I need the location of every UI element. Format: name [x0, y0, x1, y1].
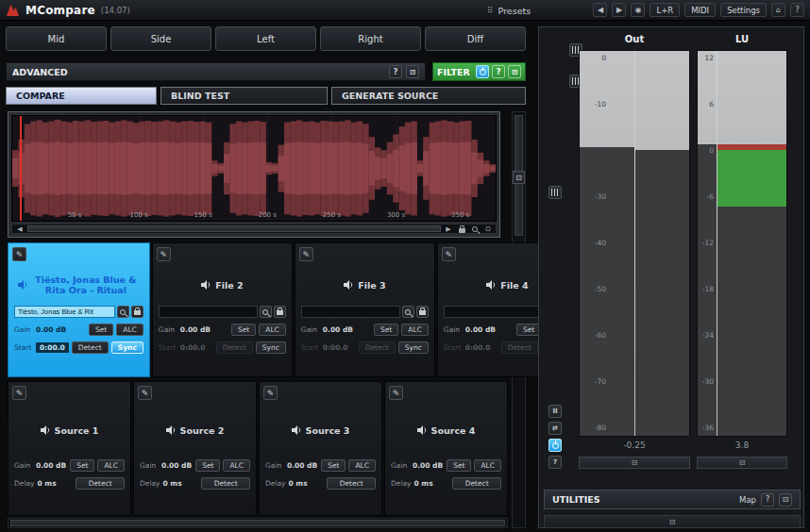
- pause-icon[interactable]: II: [548, 405, 562, 418]
- set-button[interactable]: Set: [89, 324, 113, 336]
- file-2-title[interactable]: File 2: [153, 268, 292, 302]
- search-icon[interactable]: [402, 306, 414, 318]
- set-button[interactable]: Set: [374, 324, 398, 336]
- filter-window-icon[interactable]: ⊡: [508, 65, 521, 78]
- gain-value[interactable]: 0.00 dB: [465, 325, 514, 334]
- channel-side-button[interactable]: Side: [110, 26, 211, 51]
- edit-icon[interactable]: ✎: [442, 247, 456, 261]
- waveform-display[interactable]: 50 s100 s150 s200 s250 s300 s350 s: [11, 115, 497, 222]
- midi-button[interactable]: MIDI: [684, 3, 716, 17]
- source-slot-4[interactable]: ✎ Source 4 Gain 0.00 dB Set ALC Delay 0 …: [384, 381, 508, 516]
- source-slot-1[interactable]: ✎ Source 1 Gain 0.00 dB Set ALC Delay 0 …: [8, 381, 131, 516]
- detect-button[interactable]: Detect: [76, 477, 125, 490]
- scrollbar-track[interactable]: [27, 225, 441, 232]
- presets-button[interactable]: ⠿ Presets: [487, 0, 531, 21]
- trash-icon[interactable]: [416, 306, 429, 318]
- trash-icon[interactable]: [274, 306, 286, 318]
- file-slot-2[interactable]: ✎ File 2 Gain 0.00 dB Set ALC Start 0:00…: [152, 242, 293, 377]
- out-meter[interactable]: 0-10-20-30-40-50-60-70-80: [579, 50, 690, 437]
- utilities-window-icon[interactable]: ⊡: [779, 493, 792, 507]
- edit-icon[interactable]: ✎: [12, 247, 26, 261]
- tab-blind-test[interactable]: BLIND TEST: [160, 87, 328, 105]
- delay-value[interactable]: 0 ms: [289, 479, 325, 488]
- detect-button[interactable]: Detect: [327, 477, 376, 490]
- gain-value[interactable]: 0.00 dB: [180, 325, 228, 334]
- lock-icon[interactable]: [456, 224, 467, 233]
- sync-button[interactable]: Sync: [256, 341, 286, 354]
- horizontal-scrollbar-thumb[interactable]: [10, 520, 505, 526]
- tab-compare[interactable]: COMPARE: [6, 87, 157, 105]
- utilities-help-icon[interactable]: ?: [761, 493, 774, 507]
- tab-generate-source[interactable]: GENERATE SOURCE: [331, 87, 526, 105]
- detect-button[interactable]: Detect: [452, 477, 501, 490]
- channel-mode-button[interactable]: L+R: [650, 3, 680, 17]
- alc-button[interactable]: ALC: [474, 459, 501, 472]
- prev-preset-icon[interactable]: ◀: [593, 3, 607, 17]
- edit-icon[interactable]: ✎: [299, 247, 313, 261]
- advanced-window-icon[interactable]: ⊡: [406, 65, 419, 78]
- wave-menu-icon[interactable]: ⊡: [482, 224, 494, 233]
- advanced-panel-header[interactable]: ADVANCED ? ⊡: [6, 62, 426, 81]
- source-1-title[interactable]: Source 1: [8, 407, 130, 454]
- gain-value[interactable]: 0.00 dB: [323, 325, 371, 334]
- alc-button[interactable]: ALC: [116, 324, 143, 336]
- zoom-icon[interactable]: [469, 224, 481, 233]
- next-preset-icon[interactable]: ▶: [612, 3, 626, 17]
- alc-button[interactable]: ALC: [259, 324, 286, 336]
- delay-value[interactable]: 0 ms: [163, 479, 199, 488]
- set-button[interactable]: Set: [231, 324, 256, 336]
- lu-collapse-strip[interactable]: ⊟: [697, 457, 787, 469]
- meter-power-button[interactable]: [548, 439, 562, 452]
- channel-diff-button[interactable]: Diff: [425, 26, 526, 51]
- map-button[interactable]: Map: [739, 495, 756, 505]
- bottom-collapse-strip[interactable]: ⊟: [544, 515, 801, 528]
- detect-button[interactable]: Detect: [201, 477, 250, 490]
- file-path-input[interactable]: [301, 306, 400, 318]
- alc-button[interactable]: ALC: [348, 459, 376, 472]
- playback-cursor[interactable]: [20, 116, 22, 221]
- trash-icon[interactable]: [131, 306, 143, 318]
- set-button[interactable]: Set: [447, 459, 471, 472]
- alc-button[interactable]: ALC: [97, 459, 125, 472]
- detect-button[interactable]: Detect: [72, 341, 109, 354]
- set-button[interactable]: Set: [70, 459, 94, 472]
- channel-mid-button[interactable]: Mid: [6, 26, 107, 51]
- sync-button[interactable]: Sync: [111, 341, 143, 354]
- out-collapse-strip[interactable]: ⊟: [579, 457, 690, 469]
- scrollbar-thumb[interactable]: [27, 225, 441, 232]
- delay-value[interactable]: 0 ms: [414, 479, 450, 488]
- scroll-right-icon[interactable]: ▶: [443, 224, 454, 233]
- set-button[interactable]: Set: [321, 459, 346, 472]
- help-icon[interactable]: ?: [790, 3, 804, 17]
- channel-right-button[interactable]: Right: [320, 26, 421, 51]
- source-2-title[interactable]: Source 2: [134, 407, 256, 454]
- gain-value[interactable]: 0.00 dB: [36, 325, 86, 334]
- channel-left-button[interactable]: Left: [215, 26, 316, 51]
- alc-button[interactable]: ALC: [223, 459, 250, 472]
- meter-help-icon[interactable]: ?: [548, 456, 562, 469]
- filter-help-icon[interactable]: ?: [492, 65, 505, 78]
- file-slot-1[interactable]: ✎ Tiësto, Jonas Blue & Rita Ora - Ritual…: [8, 242, 150, 377]
- lu-meter[interactable]: 1260-6-12-18-24-30-36: [697, 50, 787, 437]
- wave-side-window-icon[interactable]: ⊡: [513, 171, 525, 184]
- source-slot-2[interactable]: ✎ Source 2 Gain 0.00 dB Set ALC Delay 0 …: [133, 381, 257, 516]
- alc-button[interactable]: ALC: [401, 324, 429, 336]
- start-value[interactable]: 0:00.0: [36, 342, 69, 353]
- filter-power-button[interactable]: [476, 65, 489, 78]
- edit-icon[interactable]: ✎: [263, 386, 278, 400]
- edit-icon[interactable]: ✎: [157, 247, 171, 261]
- edit-icon[interactable]: ✎: [138, 386, 152, 400]
- file-slot-3[interactable]: ✎ File 3 Gain 0.00 dB Set ALC Start 0:00…: [295, 242, 435, 377]
- source-slot-3[interactable]: ✎ Source 3 Gain 0.00 dB Set ALC Delay 0 …: [259, 381, 382, 516]
- detect-button[interactable]: Detect: [359, 341, 396, 354]
- home-icon[interactable]: ⌂: [771, 3, 785, 17]
- filter-panel-header[interactable]: FILTER ? ⊡: [432, 62, 526, 81]
- horizontal-scrollbar[interactable]: [8, 518, 508, 528]
- detect-button[interactable]: Detect: [501, 341, 538, 354]
- gain-value[interactable]: 0.00 dB: [287, 461, 318, 470]
- edit-icon[interactable]: ✎: [389, 386, 403, 400]
- file-path-input[interactable]: [444, 306, 543, 318]
- sync-button[interactable]: Sync: [398, 341, 429, 354]
- advanced-help-icon[interactable]: ?: [389, 65, 402, 78]
- gain-value[interactable]: 0.00 dB: [161, 461, 193, 470]
